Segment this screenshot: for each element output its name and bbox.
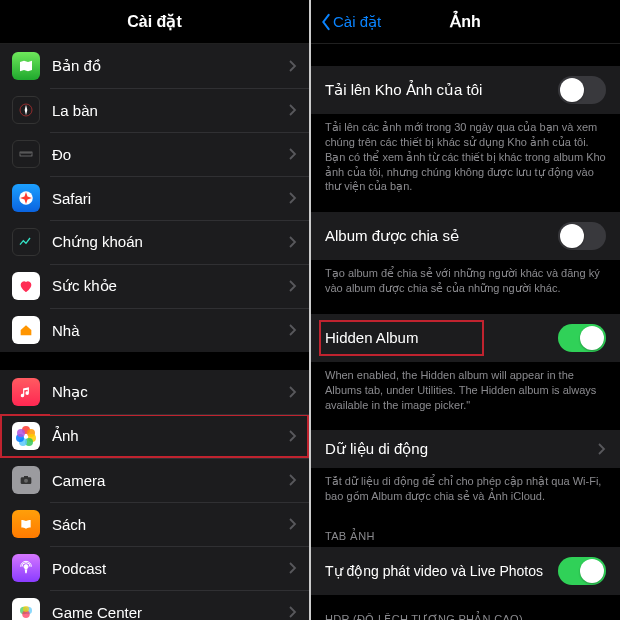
- svg-point-6: [24, 565, 28, 569]
- house-icon: [12, 316, 40, 344]
- chevron-right-icon: [289, 280, 297, 292]
- row-label: Sức khỏe: [52, 277, 289, 295]
- music-icon: [12, 378, 40, 406]
- chevron-right-icon: [289, 474, 297, 486]
- row-camera[interactable]: Camera: [0, 458, 309, 502]
- section-header: HDR (ĐỘ LỆCH TƯƠNG PHẢN CAO): [311, 595, 620, 620]
- row-hidden-toggle[interactable]: Hidden Album: [311, 314, 620, 362]
- row-label: Hidden Album: [325, 329, 550, 346]
- row-label: Sách: [52, 516, 289, 533]
- camera-icon: [12, 466, 40, 494]
- row-label: Bản đồ: [52, 57, 289, 75]
- svg-point-10: [23, 606, 29, 612]
- row-label: Tải lên Kho Ảnh của tôi: [325, 81, 550, 99]
- gamecenter-icon: [12, 598, 40, 620]
- row-label: Camera: [52, 472, 289, 489]
- chevron-right-icon: [289, 324, 297, 336]
- row-label: Đo: [52, 146, 289, 163]
- section-footer: Tải lên các ảnh mới trong 30 ngày qua củ…: [311, 114, 620, 206]
- svg-rect-5: [24, 476, 28, 478]
- svg-point-4: [24, 479, 28, 483]
- compass-icon: [12, 96, 40, 124]
- right-phone-photos-settings: Cài đặt Ảnh Tải lên Kho Ảnh của tôi Tải …: [311, 0, 620, 620]
- photos-settings-list[interactable]: Tải lên Kho Ảnh của tôi Tải lên các ảnh …: [311, 44, 620, 620]
- navbar-title: Cài đặt: [127, 12, 181, 31]
- navbar-left: Cài đặt: [0, 0, 309, 44]
- photos-icon: [12, 422, 40, 450]
- toggle-switch-on[interactable]: [558, 324, 606, 352]
- settings-group-0: Bản đồ La bàn Đo: [0, 44, 309, 352]
- stocks-icon: [12, 228, 40, 256]
- book-icon: [12, 510, 40, 538]
- row-label: Tự động phát video và Live Photos: [325, 563, 550, 579]
- row-upload-toggle[interactable]: Tải lên Kho Ảnh của tôi: [311, 66, 620, 114]
- chevron-right-icon: [598, 443, 606, 455]
- row-photos[interactable]: Ảnh: [0, 414, 309, 458]
- row-cellular[interactable]: Dữ liệu di động: [311, 430, 620, 468]
- section-hidden: Hidden Album: [311, 314, 620, 362]
- chevron-right-icon: [289, 104, 297, 116]
- row-label: Game Center: [52, 604, 289, 621]
- section-footer: Tắt dữ liệu di động để chỉ cho phép cập …: [311, 468, 620, 516]
- chevron-right-icon: [289, 430, 297, 442]
- map-icon: [12, 52, 40, 80]
- heart-icon: [12, 272, 40, 300]
- chevron-right-icon: [289, 386, 297, 398]
- row-safari[interactable]: Safari: [0, 176, 309, 220]
- chevron-right-icon: [289, 60, 297, 72]
- row-stock[interactable]: Chứng khoán: [0, 220, 309, 264]
- row-health[interactable]: Sức khỏe: [0, 264, 309, 308]
- row-label: La bàn: [52, 102, 289, 119]
- section-autoplay: Tự động phát video và Live Photos: [311, 547, 620, 595]
- row-music[interactable]: Nhạc: [0, 370, 309, 414]
- navbar-right: Cài đặt Ảnh: [311, 0, 620, 44]
- chevron-right-icon: [289, 148, 297, 160]
- row-label: Podcast: [52, 560, 289, 577]
- chevron-right-icon: [289, 518, 297, 530]
- ruler-icon: [12, 140, 40, 168]
- row-label: Ảnh: [52, 427, 289, 445]
- chevron-right-icon: [289, 192, 297, 204]
- toggle-switch[interactable]: [558, 76, 606, 104]
- row-podcast[interactable]: Podcast: [0, 546, 309, 590]
- row-gamecenter[interactable]: Game Center: [0, 590, 309, 620]
- settings-group-1: Nhạc Ảnh: [0, 370, 309, 620]
- safari-icon: [12, 184, 40, 212]
- row-autoplay-toggle[interactable]: Tự động phát video và Live Photos: [311, 547, 620, 595]
- settings-list[interactable]: Bản đồ La bàn Đo: [0, 44, 309, 620]
- row-label: Chứng khoán: [52, 233, 289, 251]
- chevron-right-icon: [289, 606, 297, 618]
- row-map[interactable]: Bản đồ: [0, 44, 309, 88]
- chevron-right-icon: [289, 236, 297, 248]
- section-upload: Tải lên Kho Ảnh của tôi: [311, 66, 620, 114]
- row-shared-toggle[interactable]: Album được chia sẻ: [311, 212, 620, 260]
- row-label: Nhạc: [52, 383, 289, 401]
- row-label: Nhà: [52, 322, 289, 339]
- left-phone-settings: Cài đặt Bản đồ La bàn: [0, 0, 309, 620]
- row-books[interactable]: Sách: [0, 502, 309, 546]
- row-measure[interactable]: Đo: [0, 132, 309, 176]
- toggle-switch[interactable]: [558, 222, 606, 250]
- section-cellular: Dữ liệu di động: [311, 430, 620, 468]
- back-button[interactable]: Cài đặt: [319, 13, 381, 31]
- navbar-title: Ảnh: [450, 12, 481, 31]
- toggle-switch-on[interactable]: [558, 557, 606, 585]
- row-home[interactable]: Nhà: [0, 308, 309, 352]
- row-label: Album được chia sẻ: [325, 227, 550, 245]
- podcast-icon: [12, 554, 40, 582]
- section-footer: When enabled, the Hidden album will appe…: [311, 362, 620, 425]
- row-label: Safari: [52, 190, 289, 207]
- section-footer: Tạo album để chia sẻ với những người khá…: [311, 260, 620, 308]
- row-label: Dữ liệu di động: [325, 440, 598, 458]
- row-compass[interactable]: La bàn: [0, 88, 309, 132]
- back-label: Cài đặt: [333, 13, 381, 31]
- section-shared: Album được chia sẻ: [311, 212, 620, 260]
- chevron-right-icon: [289, 562, 297, 574]
- section-header: TAB ẢNH: [311, 516, 620, 547]
